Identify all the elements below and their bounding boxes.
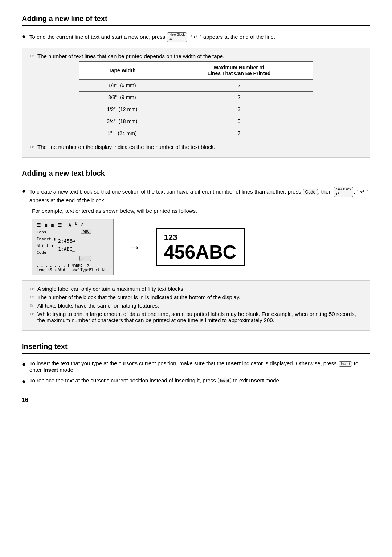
page-number: 16 (22, 397, 370, 403)
tape-width-cell: 1/4" (6 mm) (79, 80, 165, 92)
section1-bullet1: ● To end the current line of text and st… (22, 32, 370, 42)
section2-note4: ☞ While trying to print a large amount o… (29, 311, 363, 323)
output-label: 123 456ABC (156, 228, 245, 266)
tape-width-cell: 3/4" (18 mm) (79, 115, 165, 127)
note1-text: The number of text lines that can be pri… (37, 53, 224, 59)
section2-note1: ☞ A single label can only contain a maxi… (29, 286, 363, 292)
tape-width-cell: 1" (24 mm) (79, 127, 165, 139)
section2-note3-text: All texts blocks have the same formattin… (37, 302, 159, 309)
output-bottom: 456ABC (164, 243, 236, 261)
section3-title: Inserting text (22, 342, 370, 354)
lcd-lines: 2:456↵ 1:ABC_ (58, 229, 75, 261)
lcd-line1 (58, 229, 75, 237)
lcd-status-labels: Length Size Width LabelType Block No. (37, 268, 109, 272)
insert-label-1: Insert (226, 360, 242, 366)
lcd-container: ☰ ≣ ≣ ☷ A Å A Caps Insert ▮ Shift ▮ Code (32, 219, 114, 275)
section2-note2: ☞ The number of the block that the curso… (29, 294, 363, 300)
section2-notes-box: ☞ A single label can only contain a maxi… (22, 280, 370, 331)
section-adding-new-line: Adding a new line of text ● To end the c… (22, 15, 370, 158)
note-icon-2: ☞ (30, 144, 34, 150)
section1-bullet1-text: To end the current line of text and star… (29, 32, 275, 42)
insert-button-1: Insert (339, 361, 352, 367)
section2-bullet1: ● To create a new text block so that one… (22, 187, 370, 203)
section3-bullet2: ● To replace the text at the cursor's cu… (22, 377, 370, 385)
section1-title: Adding a new line of text (22, 15, 370, 26)
table-row: 1" (24 mm) 7 (79, 127, 313, 139)
new-block-button-1: New Block ↵ (167, 32, 187, 42)
insert-mode-label-1: Insert (43, 367, 58, 373)
shift-label: Shift ▮ (37, 243, 56, 249)
example-arrow: → (128, 240, 141, 255)
section-adding-new-block: Adding a new text block ● To create a ne… (22, 169, 370, 331)
section2-note2-text: The number of the block that the cursor … (37, 294, 240, 300)
section2-bullet1-text: To create a new text block so that one s… (29, 187, 370, 203)
lcd-labels: Caps Insert ▮ Shift ▮ Code (37, 229, 56, 261)
example-area: ☰ ≣ ≣ ☷ A Å A Caps Insert ▮ Shift ▮ Code (32, 219, 370, 275)
section2-note4-text: While trying to print a large amount of … (37, 311, 363, 323)
lcd-line3: 1:ABC_ (58, 245, 75, 253)
max-lines-cell: 2 (165, 80, 313, 92)
section1-note-box: ☞ The number of text lines that can be p… (22, 48, 370, 158)
max-lines-cell: 2 (165, 92, 313, 103)
note-icon-s2-4: ☞ (30, 311, 34, 317)
note2-text: The line number on the display indicates… (37, 144, 215, 150)
lcd-line4 (58, 253, 75, 261)
section2-note1-text: A single label can only contain a maximu… (37, 286, 185, 292)
output-lines: 123 456ABC (164, 233, 236, 261)
bullet-dot: ● (22, 33, 26, 40)
table-header-col1: Tape Width (79, 62, 165, 80)
lcd-status: - - - - - - - 1 NORMAL 2 Length Size Wid… (37, 263, 109, 272)
bullet-dot-3: ● (22, 361, 26, 368)
note2-item: ☞ The line number on the display indicat… (29, 144, 363, 150)
insert-label: Insert ▮ (37, 236, 56, 243)
max-lines-cell: 5 (165, 115, 313, 127)
bullet-dot-4: ● (22, 378, 26, 385)
abc-badge: ABC (81, 229, 91, 234)
table-row: 3/4" (18 mm) 5 (79, 115, 313, 127)
code-button: Code (303, 189, 318, 195)
note-icon-1: ☞ (30, 53, 34, 59)
caps-label: Caps (37, 229, 56, 236)
enter-badge: ↵ (79, 256, 91, 261)
lcd-line2: 2:456↵ (58, 237, 75, 245)
lcd-badges: ABC ↵ (77, 229, 91, 261)
max-lines-cell: 3 (165, 103, 313, 115)
table-row: 3/8" (9 mm) 2 (79, 92, 313, 103)
section3-bullet2-text: To replace the text at the cursor's curr… (29, 377, 281, 384)
note-icon-s2-1: ☞ (30, 286, 34, 292)
lcd-screen: ☰ ≣ ≣ ☷ A Å A Caps Insert ▮ Shift ▮ Code (32, 219, 114, 275)
output-content: 123 456ABC (164, 233, 236, 261)
table-row: 1/4" (6 mm) 2 (79, 80, 313, 92)
note-icon-s2-2: ☞ (30, 294, 34, 300)
note-icon-s2-3: ☞ (30, 303, 34, 308)
code-label: Code (37, 249, 56, 256)
new-block-button-2: New Block ↵ (334, 187, 354, 197)
tape-width-table: Tape Width Maximum Number of Lines That … (79, 61, 313, 139)
max-lines-cell: 7 (165, 127, 313, 139)
tape-width-cell: 3/8" (9 mm) (79, 92, 165, 103)
section-inserting-text: Inserting text ● To insert the text that… (22, 342, 370, 385)
bullet-dot-2: ● (22, 187, 26, 195)
tape-width-cell: 1/2" (12 mm) (79, 103, 165, 115)
section3-bullet1: ● To insert the text that you type at th… (22, 360, 370, 373)
insert-button-2: Insert (218, 378, 231, 383)
section3-bullet1-text: To insert the text that you type at the … (29, 360, 370, 373)
section2-title: Adding a new text block (22, 169, 370, 180)
table-header-col2: Maximum Number of Lines That Can Be Prin… (165, 62, 313, 80)
example-intro: For example, text entered as shown below… (32, 208, 370, 214)
table-row: 1/2" (12 mm) 3 (79, 103, 313, 115)
note1-item: ☞ The number of text lines that can be p… (29, 53, 363, 59)
insert-mode-label-2: Insert (249, 377, 264, 383)
lcd-icons: ☰ ≣ ≣ ☷ A Å A (37, 222, 109, 228)
lcd-status-dashes: - - - - - - - 1 NORMAL 2 (37, 264, 109, 268)
section2-note3: ☞ All texts blocks have the same formatt… (29, 302, 363, 309)
lcd-content: Caps Insert ▮ Shift ▮ Code 2:456↵ 1:ABC_… (37, 229, 109, 261)
